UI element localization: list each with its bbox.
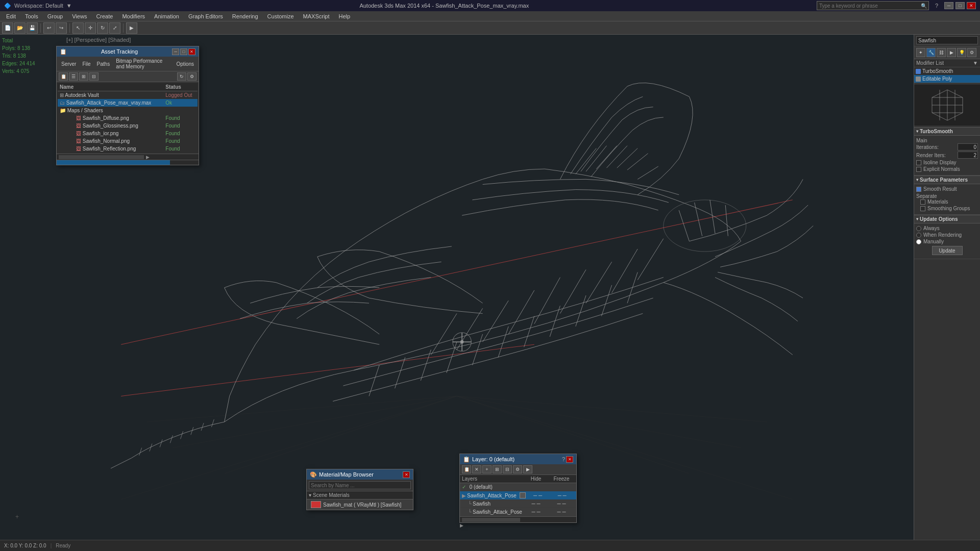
asset-tracking-title-bar[interactable]: 📋 Asset Tracking ─ □ ✕ <box>57 46 199 57</box>
layer-tb-5[interactable]: ⊟ <box>503 465 512 473</box>
scale-button[interactable]: ⤢ <box>109 22 120 34</box>
modify-panel-icon[interactable]: 🔧 <box>926 48 936 57</box>
layer-tb-7[interactable]: ▶ <box>523 465 532 473</box>
at-tb-1[interactable]: 📋 <box>59 72 68 81</box>
table-row[interactable]: 🖼 Sawfish_Glossiness.png Found <box>58 122 198 130</box>
table-row[interactable]: ⊞ Autodesk Vault Logged Out <box>58 91 198 99</box>
update-options-collapse[interactable]: ▾ Update Options <box>914 215 980 223</box>
menu-group[interactable]: Group <box>43 12 67 20</box>
manually-radio[interactable] <box>916 239 921 244</box>
menu-modifiers[interactable]: Modifiers <box>118 12 149 20</box>
at-tb-refresh[interactable]: ↻ <box>177 72 186 81</box>
when-rendering-radio[interactable] <box>916 233 921 238</box>
redo-button[interactable]: ↪ <box>56 22 67 34</box>
render-button[interactable]: ▶ <box>126 22 137 34</box>
menu-graph-editors[interactable]: Graph Editors <box>184 12 227 20</box>
save-button[interactable]: 💾 <box>27 22 38 34</box>
table-row[interactable]: 🖼 Sawfish_Normal.png Found <box>58 137 198 145</box>
menu-animation[interactable]: Animation <box>150 12 183 20</box>
at-menu-options[interactable]: Options <box>174 61 197 67</box>
material-search-input[interactable] <box>309 481 411 489</box>
at-tb-3[interactable]: ⊞ <box>79 72 88 81</box>
modifier-turbosmooth[interactable]: TurboSmooth <box>914 67 980 75</box>
svg-line-29 <box>612 249 638 293</box>
asset-dialog-scrollbar[interactable]: ▶ <box>57 154 199 160</box>
table-row[interactable]: 🖼 Sawfish_ior.png Found <box>58 130 198 137</box>
at-menu-paths[interactable]: Paths <box>94 61 113 67</box>
create-panel-icon[interactable]: ✦ <box>916 48 925 57</box>
always-radio[interactable] <box>916 226 921 231</box>
isoline-checkbox[interactable] <box>916 160 921 165</box>
materials-checkbox[interactable] <box>920 199 925 205</box>
menu-maxscript[interactable]: MAXScript <box>299 12 334 20</box>
menu-customize[interactable]: Customize <box>263 12 298 20</box>
motion-icon[interactable]: ▶ <box>947 48 956 57</box>
open-button[interactable]: 📂 <box>14 22 26 34</box>
scene-materials-header: ▾ Scene Materials <box>307 491 413 499</box>
undo-button[interactable]: ↩ <box>43 22 55 34</box>
table-row[interactable]: 📁 Maps / Shaders <box>58 107 198 114</box>
hierarchy-icon[interactable]: ⛓ <box>937 48 946 57</box>
at-tb-2[interactable]: ☰ <box>69 72 78 81</box>
material-browser-title-bar[interactable]: 🎨 Material/Map Browser ✕ <box>307 469 413 480</box>
at-tb-4[interactable]: ⊟ <box>89 72 99 81</box>
layer-close-button[interactable]: ✕ <box>566 456 573 463</box>
at-tb-settings[interactable]: ⚙ <box>187 72 197 81</box>
workspace-selector[interactable]: Workspace: Default <box>14 3 63 9</box>
smoothing-groups-checkbox[interactable] <box>920 206 925 211</box>
turbosmooth-collapse[interactable]: ▾ TurboSmooth <box>914 127 980 136</box>
col-status: Status <box>163 83 198 91</box>
material-browser-close[interactable]: ✕ <box>403 471 410 478</box>
object-name-field[interactable] <box>914 35 980 46</box>
menu-edit[interactable]: Edit <box>2 12 20 20</box>
menu-create[interactable]: Create <box>92 12 117 20</box>
table-row[interactable]: 🖼 Sawfish_Reflection.png Found <box>58 145 198 153</box>
modifier-list-arrow[interactable]: ▼ <box>973 60 978 66</box>
menu-rendering[interactable]: Rendering <box>228 12 262 20</box>
layer-row-sawfish[interactable]: └ Sawfish ─ ─ ─ ─ <box>460 500 576 508</box>
layer-row-sawfish-attack-pose-2[interactable]: └ Sawfish_Attack_Pose ─ ─ ─ ─ <box>460 508 576 516</box>
asset-tracking-maximize[interactable]: □ <box>180 48 187 55</box>
modifier-editable-poly[interactable]: Editable Poly <box>914 75 980 83</box>
at-menu-bitmap[interactable]: Bitmap Performance and Memory <box>113 58 173 70</box>
menu-views[interactable]: Views <box>68 12 91 20</box>
layer-tb-4[interactable]: ⊞ <box>493 465 502 473</box>
render-iters-input[interactable] <box>958 152 978 159</box>
smooth-result-checkbox[interactable] <box>916 187 921 192</box>
update-button[interactable]: Update <box>932 246 963 255</box>
material-item[interactable]: Sawfish_mat ( VRayMtl ) [Sawfish] <box>307 499 413 510</box>
table-row[interactable]: 🖼 Sawfish_Diffuse.png Found <box>58 114 198 122</box>
layer-row-default[interactable]: ✓ 0 (default) <box>460 483 576 491</box>
new-scene-button[interactable]: 📄 <box>2 22 13 34</box>
layer-tb-6[interactable]: ⚙ <box>513 465 522 473</box>
svg-line-22 <box>431 313 457 355</box>
iterations-input[interactable] <box>958 143 978 151</box>
asset-tracking-icon: 📋 <box>60 48 67 55</box>
utilities-icon[interactable]: ⚙ <box>967 48 976 57</box>
global-search-input[interactable] <box>817 1 919 10</box>
table-row[interactable]: 🗂 Sawfish_Attack_Pose_max_vray.max Ok <box>58 99 198 107</box>
layer-delete-btn[interactable]: ✕ <box>472 465 481 473</box>
select-button[interactable]: ↖ <box>72 22 84 34</box>
menu-tools[interactable]: Tools <box>21 12 42 20</box>
layer-row-sawfish-attack-pose[interactable]: ▶ Sawfish_Attack_Pose ─ ─ ─ ─ <box>460 491 576 500</box>
at-menu-file[interactable]: File <box>80 61 93 67</box>
maximize-button[interactable]: □ <box>955 2 965 9</box>
layer-help-button[interactable]: ? <box>562 456 565 463</box>
at-menu-server[interactable]: Server <box>59 61 79 67</box>
rotate-button[interactable]: ↻ <box>97 22 108 34</box>
help-icon[interactable]: ? <box>935 3 938 9</box>
layer-add-btn[interactable]: + <box>482 465 492 473</box>
move-button[interactable]: ✛ <box>85 22 96 34</box>
menu-help[interactable]: Help <box>335 12 355 20</box>
asset-tracking-minimize[interactable]: ─ <box>172 48 179 55</box>
explicit-normals-checkbox[interactable] <box>916 167 921 172</box>
workspace-arrow[interactable]: ▼ <box>66 3 72 9</box>
layer-title-bar[interactable]: 📋 Layer: 0 (default) ? ✕ <box>460 454 576 464</box>
close-button[interactable]: ✕ <box>967 2 976 9</box>
asset-tracking-close[interactable]: ✕ <box>188 48 195 55</box>
minimize-button[interactable]: ─ <box>944 2 953 9</box>
surface-params-collapse[interactable]: ▾ Surface Parameters <box>914 176 980 184</box>
display-icon[interactable]: 💡 <box>957 48 966 57</box>
layer-scrollbar[interactable]: ▶ <box>460 516 576 522</box>
